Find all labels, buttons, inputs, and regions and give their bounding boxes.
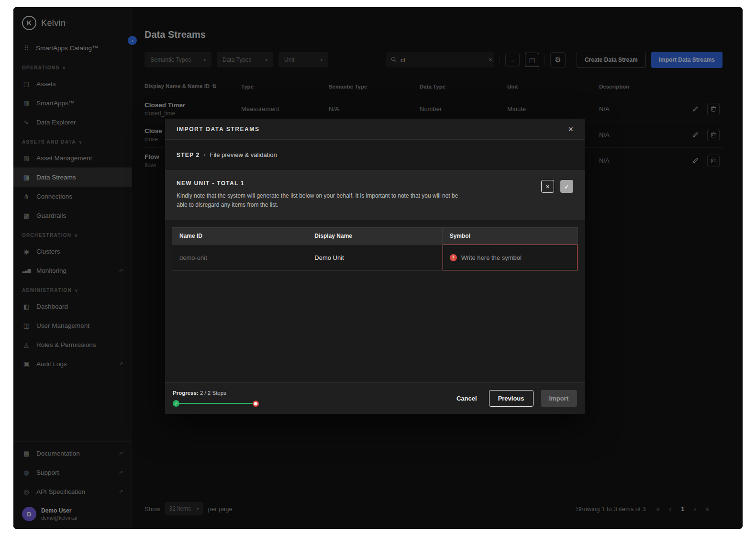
step-separator: •	[204, 153, 205, 157]
progress: Progress: 2 / 2 Steps ✓	[173, 390, 259, 407]
step-complete-icon: ✓	[173, 400, 179, 407]
column-header: Name ID	[172, 228, 307, 244]
previous-button[interactable]: Previous	[489, 390, 534, 407]
unit-table-header-row: Name ID Display Name Symbol	[172, 227, 578, 245]
unit-symbol-input[interactable]: ! Write here the symbol	[443, 245, 578, 270]
unit-preview-table: Name ID Display Name Symbol demo-unit De…	[172, 227, 578, 271]
error-icon: !	[450, 254, 457, 261]
reject-button[interactable]: ×	[541, 180, 554, 193]
column-header: Symbol	[443, 228, 578, 244]
unit-display-name: Demo Unit	[307, 245, 442, 270]
modal-title: IMPORT DATA STREAMS	[177, 126, 260, 133]
cancel-button[interactable]: Cancel	[452, 391, 482, 406]
accept-button[interactable]: ✓	[560, 180, 573, 193]
modal-footer: Progress: 2 / 2 Steps ✓ Cancel Previous …	[165, 382, 585, 414]
unit-name-id: demo-unit	[172, 245, 307, 270]
panel-description: Kindly note that the system will generat…	[177, 191, 469, 209]
close-icon[interactable]: ×	[568, 125, 573, 134]
import-data-streams-modal: IMPORT DATA STREAMS × STEP 2 • File prev…	[165, 119, 585, 414]
column-header: Display Name	[307, 228, 442, 244]
app-window: K Kelvin. ⠿ SmartApps Catalog™ OPERATION…	[13, 7, 743, 529]
step-description: File preview & validation	[210, 151, 277, 158]
symbol-placeholder: Write here the symbol	[461, 254, 522, 261]
modal-body: NEW UNIT - TOTAL 1 Kindly note that the …	[165, 170, 585, 382]
progress-value: 2 / 2 Steps	[200, 390, 226, 396]
progress-line	[178, 403, 254, 404]
step-label: STEP 2	[177, 152, 200, 158]
x-icon: ×	[545, 183, 549, 190]
progress-label: Progress: 2 / 2 Steps	[173, 390, 259, 396]
panel-title: NEW UNIT - TOTAL 1	[177, 180, 469, 187]
progress-track: ✓	[173, 400, 259, 407]
modal-header: IMPORT DATA STREAMS ×	[165, 119, 585, 140]
new-unit-panel: NEW UNIT - TOTAL 1 Kindly note that the …	[165, 170, 585, 220]
import-button[interactable]: Import	[541, 390, 577, 407]
modal-step-bar: STEP 2 • File preview & validation	[165, 140, 585, 170]
check-icon: ✓	[564, 183, 570, 190]
step-current-icon	[253, 401, 259, 407]
unit-table-row: demo-unit Demo Unit ! Write here the sym…	[172, 245, 578, 271]
